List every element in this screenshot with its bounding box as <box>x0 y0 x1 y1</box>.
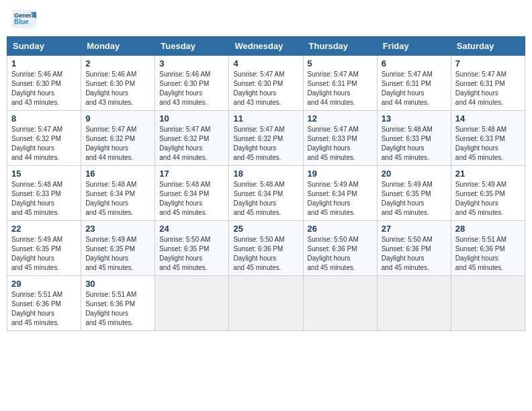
cell-content: Sunrise: 5:47 AM Sunset: 6:31 PM Dayligh… <box>308 70 373 107</box>
cell-content: Sunrise: 5:51 AM Sunset: 6:36 PM Dayligh… <box>85 290 150 328</box>
calendar-cell <box>451 276 525 331</box>
day-number: 22 <box>11 224 77 234</box>
cell-content: Sunrise: 5:49 AM Sunset: 6:35 PM Dayligh… <box>85 235 150 273</box>
cell-content: Sunrise: 5:49 AM Sunset: 6:35 PM Dayligh… <box>455 180 521 218</box>
calendar-cell: 25 Sunrise: 5:50 AM Sunset: 6:36 PM Dayl… <box>229 221 303 276</box>
day-number: 14 <box>455 113 521 124</box>
cell-content: Sunrise: 5:47 AM Sunset: 6:31 PM Dayligh… <box>382 70 447 107</box>
cell-content: Sunrise: 5:51 AM Sunset: 6:36 PM Dayligh… <box>455 235 521 273</box>
logo: General Blue <box>12 9 39 28</box>
day-number: 26 <box>308 224 373 234</box>
logo-icon: General Blue <box>12 9 36 28</box>
weekday-header-sunday: Sunday <box>7 37 81 56</box>
day-number: 1 <box>11 58 77 68</box>
day-number: 2 <box>85 58 150 68</box>
cell-content: Sunrise: 5:51 AM Sunset: 6:36 PM Dayligh… <box>11 290 77 328</box>
calendar-cell: 21 Sunrise: 5:49 AM Sunset: 6:35 PM Dayl… <box>451 166 525 221</box>
day-number: 30 <box>85 279 150 289</box>
calendar-cell: 24 Sunrise: 5:50 AM Sunset: 6:35 PM Dayl… <box>155 221 229 276</box>
calendar-cell: 19 Sunrise: 5:49 AM Sunset: 6:34 PM Dayl… <box>303 166 377 221</box>
calendar-cell: 4 Sunrise: 5:47 AM Sunset: 6:30 PM Dayli… <box>229 56 303 111</box>
calendar-cell: 13 Sunrise: 5:48 AM Sunset: 6:33 PM Dayl… <box>377 111 451 166</box>
day-number: 24 <box>159 224 224 234</box>
cell-content: Sunrise: 5:46 AM Sunset: 6:30 PM Dayligh… <box>11 70 77 107</box>
day-number: 23 <box>85 224 150 234</box>
day-number: 16 <box>85 169 150 179</box>
cell-content: Sunrise: 5:47 AM Sunset: 6:33 PM Dayligh… <box>308 125 373 163</box>
week-row-4: 22 Sunrise: 5:49 AM Sunset: 6:35 PM Dayl… <box>7 221 525 276</box>
calendar-cell: 22 Sunrise: 5:49 AM Sunset: 6:35 PM Dayl… <box>7 221 81 276</box>
day-number: 19 <box>308 169 373 179</box>
calendar-cell: 29 Sunrise: 5:51 AM Sunset: 6:36 PM Dayl… <box>7 276 81 331</box>
calendar-cell: 9 Sunrise: 5:47 AM Sunset: 6:32 PM Dayli… <box>81 111 155 166</box>
calendar-cell: 30 Sunrise: 5:51 AM Sunset: 6:36 PM Dayl… <box>81 276 155 331</box>
day-number: 9 <box>85 113 150 124</box>
day-number: 25 <box>233 224 298 234</box>
cell-content: Sunrise: 5:50 AM Sunset: 6:36 PM Dayligh… <box>233 235 298 273</box>
calendar-cell: 18 Sunrise: 5:48 AM Sunset: 6:34 PM Dayl… <box>229 166 303 221</box>
calendar-cell: 26 Sunrise: 5:50 AM Sunset: 6:36 PM Dayl… <box>303 221 377 276</box>
calendar-cell: 6 Sunrise: 5:47 AM Sunset: 6:31 PM Dayli… <box>377 56 451 111</box>
day-number: 17 <box>159 169 224 179</box>
cell-content: Sunrise: 5:48 AM Sunset: 6:33 PM Dayligh… <box>455 125 521 163</box>
calendar-cell: 17 Sunrise: 5:48 AM Sunset: 6:34 PM Dayl… <box>155 166 229 221</box>
weekday-header-wednesday: Wednesday <box>229 37 303 56</box>
cell-content: Sunrise: 5:47 AM Sunset: 6:30 PM Dayligh… <box>233 70 298 107</box>
calendar-cell: 11 Sunrise: 5:47 AM Sunset: 6:32 PM Dayl… <box>229 111 303 166</box>
calendar-cell: 8 Sunrise: 5:47 AM Sunset: 6:32 PM Dayli… <box>7 111 81 166</box>
calendar-cell: 16 Sunrise: 5:48 AM Sunset: 6:34 PM Dayl… <box>81 166 155 221</box>
day-number: 6 <box>382 58 447 68</box>
weekday-header-row: SundayMondayTuesdayWednesdayThursdayFrid… <box>7 37 525 56</box>
calendar-cell <box>303 276 377 331</box>
calendar-cell: 27 Sunrise: 5:50 AM Sunset: 6:36 PM Dayl… <box>377 221 451 276</box>
day-number: 13 <box>382 113 447 124</box>
calendar-cell: 28 Sunrise: 5:51 AM Sunset: 6:36 PM Dayl… <box>451 221 525 276</box>
weekday-header-tuesday: Tuesday <box>155 37 229 56</box>
day-number: 20 <box>382 169 447 179</box>
cell-content: Sunrise: 5:49 AM Sunset: 6:35 PM Dayligh… <box>382 180 447 218</box>
calendar-cell: 5 Sunrise: 5:47 AM Sunset: 6:31 PM Dayli… <box>303 56 377 111</box>
calendar-cell: 12 Sunrise: 5:47 AM Sunset: 6:33 PM Dayl… <box>303 111 377 166</box>
cell-content: Sunrise: 5:48 AM Sunset: 6:33 PM Dayligh… <box>382 125 447 163</box>
week-row-5: 29 Sunrise: 5:51 AM Sunset: 6:36 PM Dayl… <box>7 276 525 331</box>
calendar-cell: 2 Sunrise: 5:46 AM Sunset: 6:30 PM Dayli… <box>81 56 155 111</box>
calendar-cell <box>377 276 451 331</box>
cell-content: Sunrise: 5:47 AM Sunset: 6:32 PM Dayligh… <box>233 125 298 163</box>
calendar-cell: 14 Sunrise: 5:48 AM Sunset: 6:33 PM Dayl… <box>451 111 525 166</box>
day-number: 28 <box>455 224 521 234</box>
calendar-cell <box>155 276 229 331</box>
calendar-cell: 1 Sunrise: 5:46 AM Sunset: 6:30 PM Dayli… <box>7 56 81 111</box>
calendar-cell: 7 Sunrise: 5:47 AM Sunset: 6:31 PM Dayli… <box>451 56 525 111</box>
weekday-header-thursday: Thursday <box>303 37 377 56</box>
cell-content: Sunrise: 5:49 AM Sunset: 6:34 PM Dayligh… <box>308 180 373 218</box>
cell-content: Sunrise: 5:48 AM Sunset: 6:34 PM Dayligh… <box>85 180 150 218</box>
cell-content: Sunrise: 5:49 AM Sunset: 6:35 PM Dayligh… <box>11 235 77 273</box>
cell-content: Sunrise: 5:47 AM Sunset: 6:32 PM Dayligh… <box>11 125 77 163</box>
day-number: 11 <box>233 113 298 124</box>
calendar-cell: 15 Sunrise: 5:48 AM Sunset: 6:33 PM Dayl… <box>7 166 81 221</box>
day-number: 5 <box>308 58 373 68</box>
cell-content: Sunrise: 5:50 AM Sunset: 6:36 PM Dayligh… <box>308 235 373 273</box>
cell-content: Sunrise: 5:50 AM Sunset: 6:36 PM Dayligh… <box>382 235 447 273</box>
calendar-table: SundayMondayTuesdayWednesdayThursdayFrid… <box>7 36 525 331</box>
header: General Blue <box>7 7 525 31</box>
day-number: 18 <box>233 169 298 179</box>
day-number: 7 <box>455 58 521 68</box>
week-row-3: 15 Sunrise: 5:48 AM Sunset: 6:33 PM Dayl… <box>7 166 525 221</box>
cell-content: Sunrise: 5:48 AM Sunset: 6:33 PM Dayligh… <box>11 180 77 218</box>
week-row-2: 8 Sunrise: 5:47 AM Sunset: 6:32 PM Dayli… <box>7 111 525 166</box>
week-row-1: 1 Sunrise: 5:46 AM Sunset: 6:30 PM Dayli… <box>7 56 525 111</box>
day-number: 4 <box>233 58 298 68</box>
calendar-cell: 20 Sunrise: 5:49 AM Sunset: 6:35 PM Dayl… <box>377 166 451 221</box>
cell-content: Sunrise: 5:47 AM Sunset: 6:32 PM Dayligh… <box>85 125 150 163</box>
day-number: 8 <box>11 113 77 124</box>
cell-content: Sunrise: 5:48 AM Sunset: 6:34 PM Dayligh… <box>159 180 224 218</box>
weekday-header-monday: Monday <box>81 37 155 56</box>
weekday-header-saturday: Saturday <box>451 37 525 56</box>
day-number: 3 <box>159 58 224 68</box>
day-number: 21 <box>455 169 521 179</box>
day-number: 29 <box>11 279 77 289</box>
svg-text:Blue: Blue <box>14 18 29 26</box>
cell-content: Sunrise: 5:50 AM Sunset: 6:35 PM Dayligh… <box>159 235 224 273</box>
cell-content: Sunrise: 5:47 AM Sunset: 6:31 PM Dayligh… <box>455 70 521 107</box>
